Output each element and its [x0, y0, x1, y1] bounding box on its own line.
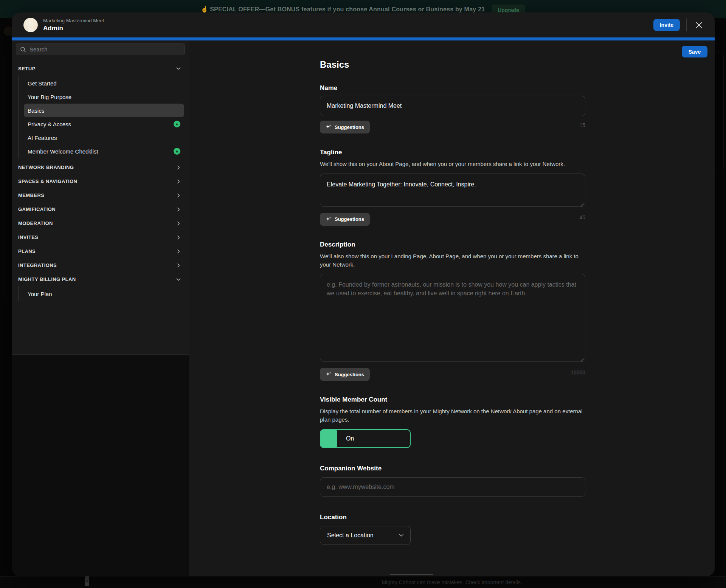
- network-avatar: [23, 18, 38, 32]
- description-field: Description We'll also show this on your…: [320, 241, 585, 381]
- sidebar-section-plans[interactable]: PLANS: [12, 244, 189, 258]
- chevron-right-icon: [176, 179, 181, 184]
- network-name: Marketing Mastermind Meet: [43, 18, 104, 23]
- settings-sidebar: SETUP Get Started Your Big Purpose Basic…: [12, 40, 189, 576]
- header-divider: [686, 19, 687, 31]
- chevron-right-icon: [176, 221, 181, 226]
- setup-items: Get Started Your Big Purpose Basics Priv…: [18, 76, 189, 159]
- background-right-panel-ghost: [714, 51, 724, 172]
- visible-member-count-toggle[interactable]: On: [320, 429, 411, 448]
- scroll-down-handle[interactable]: ▼: [85, 576, 89, 586]
- chevron-right-icon: [176, 235, 181, 240]
- setup-label: SETUP: [18, 66, 36, 71]
- tagline-helper: We'll show this on your About Page, and …: [320, 160, 585, 168]
- pointing-up-icon: ☝: [201, 6, 208, 12]
- visible-member-count-helper: Display the total number of members in y…: [320, 407, 585, 424]
- sparkle-icon: [326, 124, 332, 130]
- sidebar-section-mighty-billing-plan[interactable]: MIGHTY BILLING PLAN: [12, 272, 189, 286]
- toggle-state-label: On: [337, 430, 410, 447]
- close-icon[interactable]: [693, 19, 704, 31]
- page-title-admin: Admin: [43, 25, 104, 32]
- location-field: Location Select a Location: [320, 514, 585, 545]
- special-offer-text: ☝SPECIAL OFFER—Get BONUS features if you…: [201, 6, 485, 13]
- chevron-right-icon: [176, 165, 181, 170]
- visible-member-count-label: Visible Member Count: [320, 396, 585, 403]
- name-label: Name: [320, 84, 585, 92]
- name-input[interactable]: [320, 96, 585, 116]
- sidebar-item-member-welcome-checklist[interactable]: Member Welcome Checklist ★: [24, 144, 184, 158]
- background-footer-strip: Mighty Cohost can make mistakes. Check i…: [0, 576, 726, 588]
- chevron-right-icon: [176, 193, 181, 198]
- sidebar-section-network-branding[interactable]: NETWORK BRANDING: [12, 160, 189, 174]
- tagline-suggestions-button[interactable]: Suggestions: [320, 213, 370, 226]
- location-select[interactable]: Select a Location: [320, 526, 411, 545]
- sidebar-item-ai-features[interactable]: AI Features: [24, 131, 184, 144]
- background-left-rail-ghost: [3, 57, 13, 299]
- section-divider: [390, 574, 433, 575]
- sidebar-section-moderation[interactable]: MODERATION: [12, 216, 189, 230]
- tagline-label: Tagline: [320, 149, 585, 156]
- sidebar-search[interactable]: [16, 43, 185, 55]
- description-label: Description: [320, 241, 585, 248]
- billing-items: Your Plan: [18, 286, 189, 301]
- sidebar-section-invites[interactable]: INVITES: [12, 230, 189, 244]
- sidebar-section-spaces-navigation[interactable]: SPACES & NAVIGATION: [12, 174, 189, 188]
- description-suggestions-button[interactable]: Suggestions: [320, 368, 370, 381]
- admin-settings-modal: Marketing Mastermind Meet Admin Invite S…: [12, 12, 715, 576]
- description-textarea[interactable]: [320, 274, 585, 362]
- sidebar-section-members[interactable]: MEMBERS: [12, 188, 189, 202]
- tagline-char-counter: 45: [579, 214, 585, 220]
- companion-website-label: Companion Website: [320, 465, 585, 472]
- accent-bar: [12, 37, 715, 40]
- search-input[interactable]: [29, 46, 181, 53]
- tagline-field: Tagline We'll show this on your About Pa…: [320, 149, 585, 226]
- chevron-right-icon: [176, 249, 181, 254]
- chevron-down-icon: [399, 532, 404, 538]
- description-helper: We'll also show this on your Landing Pag…: [320, 252, 585, 269]
- tagline-textarea[interactable]: Elevate Marketing Together: Innovate, Co…: [320, 174, 585, 207]
- toggle-on-segment: [321, 430, 337, 447]
- chevron-right-icon: [176, 207, 181, 212]
- modal-header: Marketing Mastermind Meet Admin Invite: [12, 12, 715, 37]
- sparkle-icon: [326, 216, 332, 222]
- content-title: Basics: [320, 59, 585, 70]
- sidebar-section-setup[interactable]: SETUP: [12, 61, 189, 76]
- premium-star-icon: ★: [174, 148, 180, 155]
- save-button[interactable]: Save: [682, 46, 707, 57]
- name-suggestions-button[interactable]: Suggestions: [320, 121, 370, 133]
- sidebar-section-gamification[interactable]: GAMIFICATION: [12, 202, 189, 216]
- name-char-counter: 15: [579, 122, 585, 128]
- header-titles: Marketing Mastermind Meet Admin: [43, 18, 104, 32]
- sidebar-panel: SETUP Get Started Your Big Purpose Basic…: [12, 40, 189, 355]
- companion-website-field: Companion Website: [320, 465, 585, 497]
- cohost-disclaimer: Mighty Cohost can make mistakes. Check i…: [189, 579, 715, 585]
- search-icon: [20, 47, 26, 53]
- invite-button[interactable]: Invite: [653, 19, 680, 31]
- visible-member-count-field: Visible Member Count Display the total n…: [320, 396, 585, 448]
- companion-website-input[interactable]: [320, 477, 585, 497]
- sidebar-item-your-plan[interactable]: Your Plan: [24, 287, 184, 301]
- location-label: Location: [320, 514, 585, 521]
- name-field: Name Suggestions 15: [320, 84, 585, 133]
- settings-content: Save Basics Name Suggestions 15: [189, 40, 715, 576]
- sidebar-item-privacy-access[interactable]: Privacy & Access ★: [24, 117, 184, 131]
- sidebar-item-your-big-purpose[interactable]: Your Big Purpose: [24, 90, 184, 104]
- sidebar-item-basics[interactable]: Basics: [24, 104, 184, 117]
- premium-star-icon: ★: [174, 121, 180, 127]
- sidebar-section-integrations[interactable]: INTEGRATIONS: [12, 258, 189, 272]
- sidebar-item-get-started[interactable]: Get Started: [24, 76, 184, 90]
- description-char-counter: 10000: [571, 369, 585, 375]
- chevron-down-icon: [176, 66, 181, 71]
- sparkle-icon: [326, 371, 332, 377]
- location-selected-value: Select a Location: [327, 532, 374, 539]
- chevron-down-icon: [176, 277, 181, 282]
- chevron-right-icon: [176, 263, 181, 268]
